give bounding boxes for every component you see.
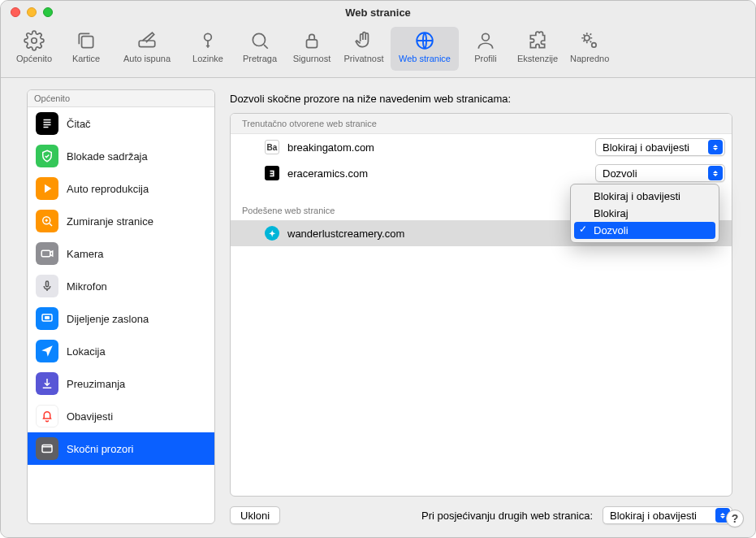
tab-label: Kartice — [72, 54, 100, 63]
svg-point-8 — [585, 36, 590, 41]
sidebar-list: Čitač Blokade sadržaja Auto reprodukcija — [28, 107, 214, 523]
sidebar-item-label: Zumiranje stranice — [67, 215, 153, 228]
websites-table: Trenutačno otvorene web stranice Ba brea… — [230, 113, 732, 497]
site-row[interactable]: Ǝ eraceramics.com Dozvoli — [231, 160, 732, 186]
zoom-window-button[interactable] — [43, 7, 53, 17]
tab-label: Auto ispuna — [123, 54, 171, 63]
window-title: Web stranice — [1, 7, 755, 19]
default-setting-combo[interactable]: Blokiraj i obavijesti — [603, 506, 732, 524]
sidebar-item-autoplay[interactable]: Auto reprodukcija — [28, 172, 214, 205]
favicon-icon: ✦ — [265, 226, 279, 241]
popup-option[interactable]: Blokiraj — [574, 205, 715, 222]
tab-search[interactable]: Pretraga — [235, 27, 285, 71]
sidebar-item-popups[interactable]: Skočni prozori — [28, 432, 214, 465]
svg-rect-18 — [45, 316, 50, 319]
person-icon — [475, 30, 496, 51]
tab-profiles[interactable]: Profili — [460, 27, 511, 71]
tab-label: Napredno — [570, 54, 609, 63]
svg-rect-19 — [42, 445, 52, 453]
tab-extensions[interactable]: Ekstenzije — [512, 27, 563, 71]
prefs-toolbar: Općenito Kartice Auto ispuna Lozinke Pre… — [1, 24, 755, 78]
download-icon — [36, 372, 58, 395]
window-icon — [36, 437, 58, 460]
sidebar-item-label: Obavijesti — [67, 410, 113, 423]
remove-button[interactable]: Ukloni — [230, 506, 280, 524]
tab-websites[interactable]: Web stranice — [391, 27, 459, 71]
site-row[interactable]: Ba breakingatom.com Blokiraj i obavijest… — [231, 134, 732, 160]
sidebar-item-content-blockers[interactable]: Blokade sadržaja — [28, 140, 214, 172]
globe-icon — [414, 30, 435, 51]
tab-passwords[interactable]: Lozinke — [183, 27, 233, 71]
sidebar-item-reader[interactable]: Čitač — [28, 107, 214, 140]
tab-privacy[interactable]: Privatnost — [339, 27, 389, 71]
help-button[interactable]: ? — [726, 510, 744, 527]
settings-sidebar: Općenito Čitač Blokade sadržaja — [27, 89, 215, 524]
tab-security[interactable]: Sigurnost — [287, 27, 337, 71]
combo-value: Dozvoli — [603, 167, 708, 180]
gear-icon — [24, 30, 45, 51]
default-setting-label: Pri posjećivanju drugih web stranica: — [421, 510, 593, 522]
svg-point-9 — [592, 43, 596, 47]
tab-general[interactable]: Općenito — [9, 27, 59, 71]
sidebar-item-label: Lokacija — [67, 345, 106, 358]
tab-label: Pretraga — [243, 54, 277, 63]
sidebar-item-label: Mikrofon — [67, 280, 107, 293]
minimize-window-button[interactable] — [27, 7, 37, 17]
sidebar-item-label: Dijeljenje zaslona — [67, 313, 149, 325]
site-setting-combo[interactable]: Blokiraj i obavijesti — [595, 138, 725, 156]
tab-label: Sigurnost — [293, 54, 330, 63]
close-window-button[interactable] — [11, 7, 20, 17]
tab-advanced[interactable]: Napredno — [564, 27, 615, 71]
location-icon — [36, 340, 58, 362]
tab-label: Lozinke — [192, 54, 223, 63]
popup-option[interactable]: Blokiraj i obavijesti — [574, 188, 715, 205]
sidebar-item-notifications[interactable]: Obavijesti — [28, 400, 214, 432]
svg-rect-16 — [46, 281, 49, 287]
preferences-window: Web stranice Općenito Kartice Auto ispun… — [0, 0, 756, 538]
svg-rect-5 — [307, 40, 318, 48]
titlebar: Web stranice — [1, 1, 755, 24]
sidebar-item-label: Kamera — [67, 248, 104, 260]
play-icon — [36, 177, 58, 200]
sidebar-item-microphone[interactable]: Mikrofon — [28, 270, 214, 302]
bell-icon — [36, 405, 58, 427]
screen-icon — [36, 307, 58, 330]
tab-tabs[interactable]: Kartice — [61, 27, 111, 71]
svg-rect-13 — [44, 127, 49, 128]
microphone-icon — [36, 275, 58, 297]
svg-rect-11 — [44, 122, 51, 124]
sidebar-item-camera[interactable]: Kamera — [28, 237, 214, 270]
chevrons-icon — [708, 140, 723, 154]
tab-autofill[interactable]: Auto ispuna — [113, 27, 181, 71]
sidebar-item-label: Skočni prozori — [67, 443, 133, 455]
lock-icon — [301, 30, 322, 51]
sidebar-item-label: Preuzimanja — [67, 378, 125, 390]
sidebar-item-page-zoom[interactable]: Zumiranje stranice — [28, 205, 214, 237]
site-domain: eraceramics.com — [287, 167, 587, 180]
sidebar-item-downloads[interactable]: Preuzimanja — [28, 367, 214, 400]
site-domain: wanderlustcreamery.com — [287, 228, 587, 240]
tab-label: Privatnost — [344, 54, 384, 63]
favicon-icon: Ba — [265, 140, 279, 154]
tabs-icon — [76, 30, 97, 51]
site-setting-combo[interactable]: Dozvoli — [595, 164, 725, 182]
combo-value: Blokiraj i obavijesti — [610, 510, 715, 522]
search-icon — [249, 30, 270, 51]
svg-rect-1 — [82, 37, 93, 48]
svg-point-4 — [253, 33, 265, 46]
reader-icon — [36, 112, 58, 135]
tab-label: Web stranice — [399, 54, 451, 63]
panel-heading: Dozvoli skočne prozore na niže navedenim… — [230, 93, 732, 105]
chevrons-icon — [708, 166, 723, 180]
section-header-open: Trenutačno otvorene web stranice — [231, 114, 732, 134]
tab-label: Profili — [474, 54, 497, 63]
popup-option-selected[interactable]: Dozvoli — [574, 222, 715, 239]
sidebar-item-screen-sharing[interactable]: Dijeljenje zaslona — [28, 302, 214, 335]
main-panel: Dozvoli skočne prozore na niže navedenim… — [215, 78, 755, 537]
body: Općenito Čitač Blokade sadržaja — [1, 78, 755, 537]
setting-popup-menu: Blokiraj i obavijesti Blokiraj Dozvoli — [570, 184, 719, 243]
sidebar-item-location[interactable]: Lokacija — [28, 335, 214, 367]
key-icon — [197, 30, 218, 51]
combo-value: Blokiraj i obavijesti — [603, 141, 708, 154]
svg-point-3 — [205, 33, 212, 41]
